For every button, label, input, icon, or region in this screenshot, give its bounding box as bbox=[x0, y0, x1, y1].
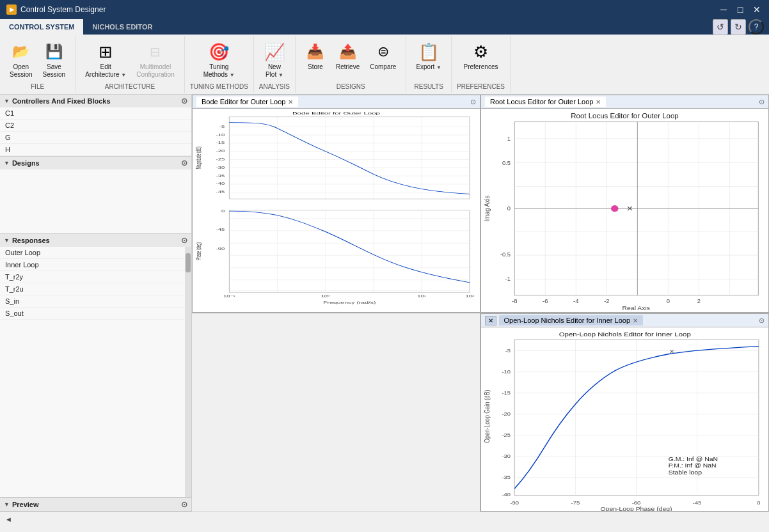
multimodel-config-button: ⊟ MultimodelConfiguration bbox=[132, 38, 178, 82]
response-s-in[interactable]: S_in bbox=[0, 295, 185, 308]
nichols-close-button[interactable]: ✕ bbox=[485, 316, 496, 325]
save-session-icon: 💾 bbox=[44, 42, 64, 62]
architecture-group-label: ARCHITECTURE bbox=[105, 83, 155, 90]
svg-text:-60: -60 bbox=[631, 499, 640, 505]
new-plot-button[interactable]: 📈 NewPlot ▼ bbox=[260, 38, 289, 82]
svg-text:0: 0 bbox=[667, 298, 670, 304]
controllers-config-icon[interactable]: ⊙ bbox=[181, 97, 187, 106]
response-outer-loop[interactable]: Outer Loop bbox=[0, 247, 185, 259]
designs-expand-icon[interactable]: ▼ bbox=[4, 160, 10, 166]
response-t-r2y[interactable]: T_r2y bbox=[0, 271, 185, 283]
responses-list: Outer Loop Inner Loop T_r2y T_r2u S_in S… bbox=[0, 247, 191, 497]
responses-scrollbar[interactable] bbox=[185, 247, 191, 497]
bode-editor-header: Bode Editor for Outer Loop ✕ ⊙ bbox=[193, 95, 480, 109]
svg-rect-0 bbox=[229, 117, 470, 199]
minimize-button[interactable]: ─ bbox=[718, 4, 729, 15]
svg-text:-4: -4 bbox=[573, 298, 578, 304]
preferences-icon: ⚙ bbox=[470, 42, 491, 62]
open-session-button[interactable]: 📂 OpenSession bbox=[5, 38, 37, 82]
edit-architecture-label: EditArchitecture ▼ bbox=[85, 63, 126, 79]
bottom-left-spacer bbox=[192, 313, 480, 512]
edit-architecture-icon: ⊞ bbox=[95, 42, 116, 62]
nichols-svg: Open-Loop Nichols Editor for Inner Loop bbox=[481, 327, 769, 511]
preferences-button[interactable]: ⚙ Preferences bbox=[459, 38, 503, 74]
svg-text:10⁻¹: 10⁻¹ bbox=[223, 295, 235, 299]
tab-control-system[interactable]: CONTROL SYSTEM bbox=[0, 19, 83, 35]
nichols-header: ✕ Open-Loop Nichols Editor for Inner Loo… bbox=[481, 314, 769, 327]
nichols-panel: ✕ Open-Loop Nichols Editor for Inner Loo… bbox=[480, 313, 770, 512]
svg-text:-30: -30 bbox=[502, 453, 511, 459]
bode-tab-close[interactable]: ✕ bbox=[288, 98, 293, 106]
root-locus-zero bbox=[612, 206, 618, 212]
response-s-out[interactable]: S_out bbox=[0, 308, 185, 320]
help-button[interactable]: ? bbox=[749, 19, 764, 35]
svg-text:-1: -1 bbox=[505, 276, 511, 282]
responses-scrollbar-thumb bbox=[186, 253, 191, 272]
svg-text:10⁰: 10⁰ bbox=[321, 295, 330, 299]
nichols-tab[interactable]: Open-Loop Nichols Editor for Inner Loop … bbox=[499, 315, 644, 325]
tuning-group-label: TUNING METHODS bbox=[190, 83, 248, 90]
redo-button[interactable]: ↻ bbox=[731, 19, 746, 35]
responses-expand-icon[interactable]: ▼ bbox=[4, 237, 10, 244]
root-locus-tab-close[interactable]: ✕ bbox=[596, 98, 601, 106]
bode-config-icon[interactable]: ⊙ bbox=[470, 98, 476, 106]
export-button[interactable]: 📋 Export ▼ bbox=[411, 38, 446, 74]
controller-c2[interactable]: C2 bbox=[0, 120, 191, 132]
preview-expand-icon[interactable]: ▼ bbox=[4, 501, 10, 508]
svg-text:-90: -90 bbox=[216, 247, 225, 251]
preview-section: ▼ Preview ⊙ bbox=[0, 497, 191, 512]
svg-text:10¹: 10¹ bbox=[417, 295, 426, 299]
svg-text:-6: -6 bbox=[543, 298, 548, 304]
controller-c1[interactable]: C1 bbox=[0, 107, 191, 120]
tab-nichols-editor[interactable]: NICHOLS EDITOR bbox=[83, 19, 161, 35]
controllers-expand-icon[interactable]: ▼ bbox=[4, 98, 10, 104]
bode-editor-tab[interactable]: Bode Editor for Outer Loop ✕ bbox=[196, 97, 298, 107]
tuning-group-items: 🎯 TuningMethods ▼ bbox=[199, 38, 239, 82]
controller-g[interactable]: G bbox=[0, 132, 191, 144]
maximize-button[interactable]: □ bbox=[734, 4, 746, 15]
undo-button[interactable]: ↺ bbox=[713, 19, 728, 35]
controllers-section: ▼ Controllers And Fixed Blocks ⊙ C1 C2 G… bbox=[0, 95, 191, 157]
status-scroll-indicator[interactable]: ◄ bbox=[5, 515, 12, 523]
response-t-r2u[interactable]: T_r2u bbox=[0, 283, 185, 295]
svg-text:Stable loop: Stable loop bbox=[668, 469, 701, 475]
root-locus-tab[interactable]: Root Locus Editor for Outer Loop ✕ bbox=[485, 97, 606, 107]
bode-editor-panel: Bode Editor for Outer Loop ✕ ⊙ Bode Edit… bbox=[192, 95, 480, 313]
responses-config-icon[interactable]: ⊙ bbox=[181, 236, 187, 245]
root-locus-content: Root Locus Editor for Outer Loop bbox=[481, 109, 768, 312]
root-locus-svg: Root Locus Editor for Outer Loop bbox=[481, 109, 768, 312]
tuning-methods-label: TuningMethods ▼ bbox=[203, 63, 235, 79]
responses-section: ▼ Responses ⊙ Outer Loop Inner Loop T_r2… bbox=[0, 234, 191, 497]
results-group-items: 📋 Export ▼ bbox=[411, 38, 446, 82]
open-session-icon: 📂 bbox=[11, 42, 31, 62]
preferences-group-items: ⚙ Preferences bbox=[459, 38, 503, 82]
root-locus-config-icon[interactable]: ⊙ bbox=[759, 98, 765, 106]
svg-rect-84 bbox=[514, 340, 759, 496]
close-button[interactable]: ✕ bbox=[751, 4, 763, 15]
edit-architecture-button[interactable]: ⊞ EditArchitecture ▼ bbox=[81, 38, 131, 82]
responses-items: Outer Loop Inner Loop T_r2y T_r2u S_in S… bbox=[0, 247, 185, 497]
svg-text:-15: -15 bbox=[216, 141, 225, 145]
response-inner-loop[interactable]: Inner Loop bbox=[0, 259, 185, 271]
designs-config-icon[interactable]: ⊙ bbox=[181, 159, 187, 168]
root-locus-header: Root Locus Editor for Outer Loop ✕ ⊙ bbox=[481, 95, 768, 109]
preview-header: ▼ Preview ⊙ bbox=[0, 498, 191, 511]
svg-text:G.M.: Inf @ NaN: G.M.: Inf @ NaN bbox=[668, 456, 717, 462]
tuning-methods-button[interactable]: 🎯 TuningMethods ▼ bbox=[199, 38, 239, 82]
retrieve-button[interactable]: 📤 Retrieve bbox=[331, 38, 364, 74]
store-button[interactable]: 📥 Store bbox=[301, 38, 330, 74]
controller-h[interactable]: H bbox=[0, 144, 191, 156]
preview-config-icon[interactable]: ⊙ bbox=[181, 500, 187, 509]
svg-text:-45: -45 bbox=[216, 191, 225, 194]
svg-text:-30: -30 bbox=[216, 166, 225, 169]
svg-text:0.5: 0.5 bbox=[502, 160, 511, 166]
svg-text:0: 0 bbox=[757, 499, 760, 505]
save-session-button[interactable]: 💾 SaveSession bbox=[38, 38, 70, 82]
compare-button[interactable]: ⊜ Compare bbox=[365, 38, 400, 74]
root-locus-tab-label: Root Locus Editor for Outer Loop bbox=[490, 98, 593, 106]
svg-text:0: 0 bbox=[221, 209, 225, 213]
nichols-config-icon[interactable]: ⊙ bbox=[759, 317, 765, 325]
nichols-tab-label: Open-Loop Nichols Editor for Inner Loop bbox=[504, 317, 631, 324]
designs-header: ▼ Designs ⊙ bbox=[0, 157, 191, 169]
nichols-tab-close[interactable]: ✕ bbox=[633, 317, 638, 324]
